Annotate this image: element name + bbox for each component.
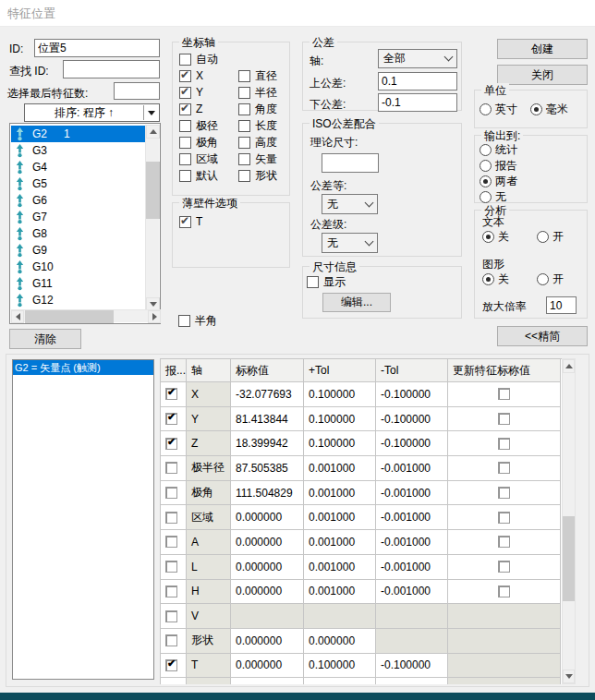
ptol-cell[interactable] <box>304 678 376 684</box>
output-radio-统计[interactable] <box>480 144 492 156</box>
report-checkbox[interactable] <box>165 634 177 646</box>
feature-list-hscrollbar[interactable] <box>11 309 161 322</box>
show-checkbox[interactable] <box>307 276 319 288</box>
update-nominal-checkbox[interactable] <box>498 413 510 425</box>
scroll-up-button[interactable] <box>146 125 160 139</box>
ntol-cell[interactable]: -0.001000 <box>376 481 448 506</box>
tolerance-axis-dropdown[interactable]: 全部 <box>378 49 457 68</box>
scrollbar-thumb[interactable] <box>563 516 575 601</box>
scroll-up-button[interactable] <box>563 359 575 373</box>
ntol-cell[interactable]: -0.100000 <box>376 431 448 456</box>
axis-checkbox-形状[interactable] <box>238 170 250 182</box>
tol-type-dropdown[interactable]: 无 <box>322 194 378 214</box>
analysis-graphic-radio-关[interactable] <box>482 273 494 285</box>
report-checkbox[interactable] <box>165 388 177 400</box>
report-checkbox[interactable] <box>165 512 177 524</box>
nominal-cell[interactable] <box>231 678 304 684</box>
axis-checkbox-矢量[interactable] <box>238 153 250 165</box>
scroll-down-button[interactable] <box>563 670 575 683</box>
find-id-input[interactable] <box>63 60 160 78</box>
ptol-cell[interactable]: 0.100000 <box>304 654 376 679</box>
list-item[interactable]: G4 <box>11 159 146 175</box>
nominal-cell[interactable]: 0.000000 <box>231 530 304 555</box>
report-checkbox[interactable] <box>165 536 177 548</box>
sort-dropdown-arrow-icon[interactable] <box>144 111 159 115</box>
output-radio-报告[interactable] <box>480 160 492 172</box>
list-item[interactable]: G7 <box>11 209 146 225</box>
axis-checkbox-长度[interactable] <box>238 120 250 132</box>
axis-checkbox-直径[interactable] <box>238 70 250 82</box>
ntol-cell[interactable] <box>376 678 448 684</box>
lower-tol-input[interactable] <box>378 93 457 112</box>
clear-button[interactable]: 清除 <box>9 329 81 349</box>
ptol-cell[interactable]: 0.100000 <box>304 407 376 432</box>
scrollbar-thumb[interactable] <box>25 310 114 323</box>
scrollbar-thumb[interactable] <box>146 162 160 219</box>
axis-checkbox-极径[interactable] <box>179 120 191 132</box>
report-checkbox[interactable] <box>165 561 177 573</box>
analysis-graphic-radio-开[interactable] <box>537 273 549 285</box>
ptol-cell[interactable]: 0.001000 <box>304 530 376 555</box>
report-checkbox[interactable] <box>165 610 177 622</box>
ntol-cell[interactable]: -0.001000 <box>376 555 448 580</box>
nominal-cell[interactable]: 111.504829 <box>231 481 304 506</box>
ntol-cell[interactable]: -0.001000 <box>376 505 448 530</box>
axis-checkbox-自动[interactable] <box>179 54 191 66</box>
list-item[interactable]: G8 <box>11 225 146 242</box>
result-selected-item[interactable]: G2 = 矢量点 (触测) <box>13 360 153 375</box>
axis-checkbox-Y[interactable] <box>179 87 191 99</box>
list-item[interactable]: G3 <box>11 142 146 159</box>
axis-checkbox-X[interactable] <box>179 70 191 82</box>
axis-checkbox-区域[interactable] <box>179 153 191 165</box>
feature-list-vscrollbar[interactable] <box>145 125 159 311</box>
ptol-cell[interactable]: 0.100000 <box>304 431 376 456</box>
nominal-cell[interactable]: 0.000000 <box>231 654 304 679</box>
report-checkbox[interactable] <box>165 487 177 499</box>
ptol-cell[interactable]: 0.100000 <box>304 382 376 407</box>
t-checkbox[interactable] <box>179 216 191 228</box>
simplify-button[interactable]: <<精简 <box>497 326 588 346</box>
table-vscrollbar[interactable] <box>562 358 576 684</box>
nominal-cell[interactable]: 0.000000 <box>231 629 304 654</box>
report-checkbox[interactable] <box>165 462 177 474</box>
nominal-cell[interactable]: -32.077693 <box>231 382 304 407</box>
update-nominal-checkbox[interactable] <box>498 388 510 400</box>
ptol-cell[interactable]: 0.001000 <box>304 555 376 580</box>
update-nominal-checkbox[interactable] <box>498 462 510 474</box>
update-nominal-checkbox[interactable] <box>498 487 510 499</box>
close-button[interactable]: 关闭 <box>497 65 588 85</box>
nominal-cell[interactable]: 0.000000 <box>231 555 304 580</box>
upper-tol-input[interactable] <box>378 72 457 91</box>
tol-grade-dropdown[interactable]: 无 <box>322 233 378 253</box>
ptol-cell[interactable]: 0.001000 <box>304 505 376 530</box>
report-checkbox[interactable] <box>165 659 177 671</box>
report-checkbox[interactable] <box>165 438 177 450</box>
list-item[interactable]: G6 <box>11 192 146 209</box>
unit-radio-毫米[interactable] <box>530 103 542 115</box>
update-nominal-checkbox[interactable] <box>498 585 510 597</box>
update-nominal-checkbox[interactable] <box>498 512 510 524</box>
list-item[interactable]: G12 <box>11 292 146 308</box>
nominal-cell[interactable]: 87.505385 <box>231 456 304 481</box>
ptol-cell[interactable]: 0.001000 <box>304 580 376 605</box>
ntol-cell[interactable]: -0.100000 <box>376 654 448 679</box>
nominal-cell[interactable]: 0.000000 <box>231 505 304 530</box>
ptol-cell[interactable]: 0.001000 <box>304 456 376 481</box>
axis-checkbox-高度[interactable] <box>238 137 250 149</box>
id-input[interactable] <box>34 39 160 57</box>
nominal-size-input[interactable] <box>322 153 379 173</box>
ntol-cell[interactable]: -0.001000 <box>376 456 448 481</box>
ntol-cell[interactable]: -0.001000 <box>376 530 448 555</box>
nominal-cell[interactable]: 0.000000 <box>231 580 304 605</box>
ntol-cell[interactable]: -0.001000 <box>376 580 448 605</box>
output-radio-无[interactable] <box>480 191 492 203</box>
edit-button[interactable]: 编辑... <box>322 293 391 312</box>
scroll-right-button[interactable] <box>148 310 161 323</box>
list-item[interactable]: G9 <box>11 242 146 259</box>
axis-checkbox-半径[interactable] <box>238 87 250 99</box>
report-checkbox[interactable] <box>165 585 177 597</box>
ptol-cell[interactable]: 0.000000 <box>304 629 376 654</box>
analysis-text-radio-关[interactable] <box>482 231 494 243</box>
axis-checkbox-极角[interactable] <box>179 137 191 149</box>
nominal-cell[interactable]: 18.399942 <box>231 431 304 456</box>
